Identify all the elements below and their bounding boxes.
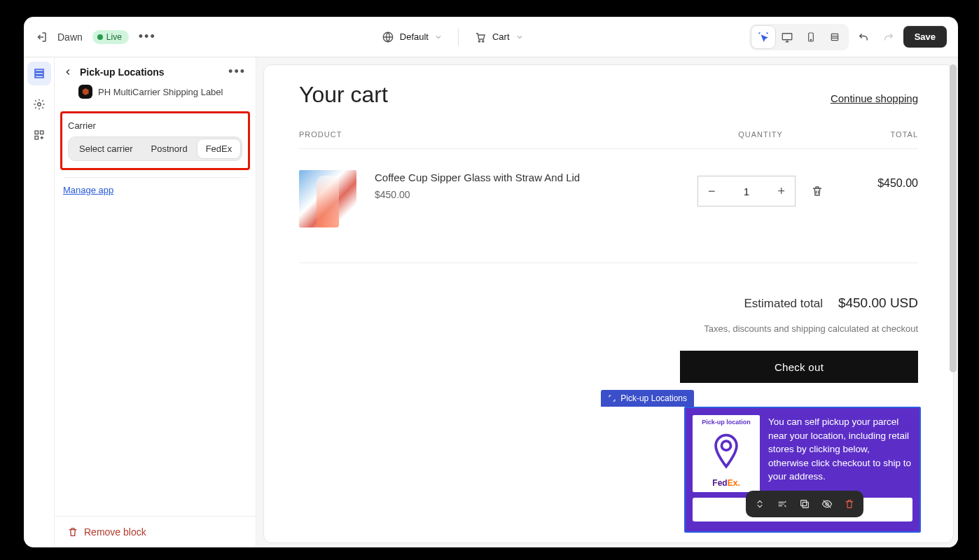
live-label: Live — [106, 32, 122, 42]
cart-title: Your cart — [299, 82, 388, 108]
remove-block-button[interactable]: Remove block — [55, 516, 256, 547]
toolbar-move-button[interactable] — [749, 493, 771, 514]
svg-rect-6 — [831, 34, 838, 40]
rail-apps-button[interactable] — [27, 123, 51, 147]
top-bar: Dawn Live ••• Default — [24, 17, 958, 57]
divider — [458, 29, 459, 46]
chevron-down-icon — [515, 33, 524, 41]
svg-point-14 — [721, 441, 730, 450]
locale-selector[interactable]: Default — [376, 28, 448, 46]
chevron-down-icon — [434, 33, 443, 41]
product-image — [299, 170, 356, 227]
carrier-option-postnord[interactable]: Postnord — [143, 139, 196, 158]
theme-name: Dawn — [57, 31, 83, 43]
svg-rect-16 — [801, 500, 807, 506]
pickup-arc-text: Pick-up location — [702, 419, 751, 426]
carrier-segmented: Select carrier Postnord FedEx — [68, 136, 242, 161]
col-quantity-label: QUANTITY — [687, 130, 834, 139]
checkout-button[interactable]: Check out — [680, 351, 918, 383]
app-name: PH MultiCarrier Shipping Label — [98, 87, 223, 97]
carrier-card: Carrier Select carrier Postnord FedEx — [60, 111, 250, 170]
preview-card: Your cart Continue shopping PRODUCT QUAN… — [263, 64, 954, 543]
live-dot-icon — [97, 34, 103, 40]
col-total-label: TOTAL — [834, 130, 918, 139]
app-frame: Dawn Live ••• Default — [24, 17, 958, 547]
save-button[interactable]: Save — [903, 26, 947, 48]
sidebar-more-icon[interactable]: ••• — [225, 64, 249, 79]
qty-increment-button[interactable]: + — [777, 184, 785, 199]
sidebar-panel: Pick-up Locations ••• ⬢ PH MultiCarrier … — [55, 57, 256, 547]
sidebar-title: Pick-up Locations — [80, 66, 220, 78]
estimated-total-label: Estimated total — [744, 297, 822, 311]
svg-point-10 — [37, 103, 41, 106]
remove-item-button[interactable] — [811, 185, 824, 197]
left-rail — [24, 57, 55, 547]
svg-rect-15 — [803, 502, 808, 507]
toolbar-hide-button[interactable] — [816, 493, 838, 514]
pickup-image: Pick-up location FedEx. — [693, 415, 760, 492]
quantity-stepper: − 1 + — [697, 176, 796, 206]
product-name: Coffee Cup Sipper Glass with Straw And L… — [375, 172, 687, 183]
pin-icon — [709, 433, 743, 472]
svg-point-5 — [810, 39, 811, 40]
exit-icon[interactable] — [35, 31, 48, 43]
toolbar-duplicate-button[interactable] — [793, 493, 816, 514]
back-button[interactable] — [62, 66, 74, 78]
page-label: Cart — [492, 31, 510, 42]
cart-table-head: PRODUCT QUANTITY TOTAL — [299, 130, 918, 149]
carrier-option-select[interactable]: Select carrier — [71, 139, 141, 158]
viewport-inspector-button[interactable] — [751, 26, 775, 48]
manage-app-link[interactable]: Manage app — [63, 185, 247, 195]
rail-sections-button[interactable] — [27, 62, 51, 85]
preview-scrollbar[interactable] — [950, 64, 957, 540]
divider — [63, 177, 247, 178]
app-icon: ⬢ — [78, 85, 92, 99]
estimated-total-value: $450.00 USD — [838, 295, 918, 311]
svg-point-2 — [482, 40, 484, 41]
pickup-block-tag[interactable]: Pick-up Locations — [601, 390, 694, 407]
preview-pane: Your cart Continue shopping PRODUCT QUAN… — [256, 57, 958, 547]
toolbar-order-button[interactable] — [771, 493, 793, 514]
live-badge: Live — [92, 30, 129, 44]
svg-rect-9 — [35, 76, 43, 78]
svg-rect-12 — [40, 131, 43, 134]
line-total: $450.00 — [834, 170, 918, 190]
cart-icon — [474, 31, 487, 43]
app-row: ⬢ PH MultiCarrier Shipping Label — [55, 82, 256, 108]
viewport-mobile-button[interactable] — [799, 26, 823, 48]
viewport-switch — [749, 24, 849, 50]
carrier-option-fedex[interactable]: FedEx — [197, 139, 241, 158]
toolbar-delete-button[interactable] — [838, 493, 861, 514]
carrier-label: Carrier — [68, 120, 242, 131]
globe-icon — [382, 31, 394, 43]
fedex-logo: FedEx. — [712, 478, 740, 488]
product-price: $450.00 — [375, 189, 687, 200]
cart-summary: Estimated total $450.00 USD Taxes, disco… — [299, 295, 918, 334]
svg-rect-7 — [35, 69, 43, 71]
page-selector[interactable]: Cart — [468, 28, 529, 46]
pickup-description: You can self pickup your parcel near you… — [768, 415, 912, 492]
redo-button[interactable] — [878, 27, 899, 48]
cart-row: Coffee Cup Sipper Glass with Straw And L… — [299, 149, 918, 263]
tax-note: Taxes, discounts and shipping calculated… — [299, 323, 918, 334]
qty-value: 1 — [744, 186, 749, 197]
qty-decrement-button[interactable]: − — [708, 184, 716, 199]
locale-label: Default — [400, 31, 429, 42]
viewport-fullscreen-button[interactable] — [823, 26, 847, 48]
svg-rect-8 — [35, 73, 43, 75]
col-product-label: PRODUCT — [299, 130, 687, 139]
svg-rect-13 — [35, 136, 39, 140]
main-row: Pick-up Locations ••• ⬢ PH MultiCarrier … — [24, 57, 958, 547]
svg-rect-11 — [35, 131, 39, 134]
continue-shopping-link[interactable]: Continue shopping — [831, 92, 918, 104]
trash-icon — [67, 526, 78, 538]
more-icon[interactable]: ••• — [139, 29, 156, 44]
viewport-desktop-button[interactable] — [775, 26, 799, 48]
rail-settings-button[interactable] — [27, 92, 51, 116]
undo-button[interactable] — [853, 27, 874, 48]
pickup-tag-label: Pick-up Locations — [620, 393, 687, 403]
svg-point-1 — [478, 40, 480, 41]
svg-rect-3 — [782, 33, 792, 39]
block-toolbar — [746, 491, 863, 517]
remove-block-label: Remove block — [84, 526, 146, 538]
